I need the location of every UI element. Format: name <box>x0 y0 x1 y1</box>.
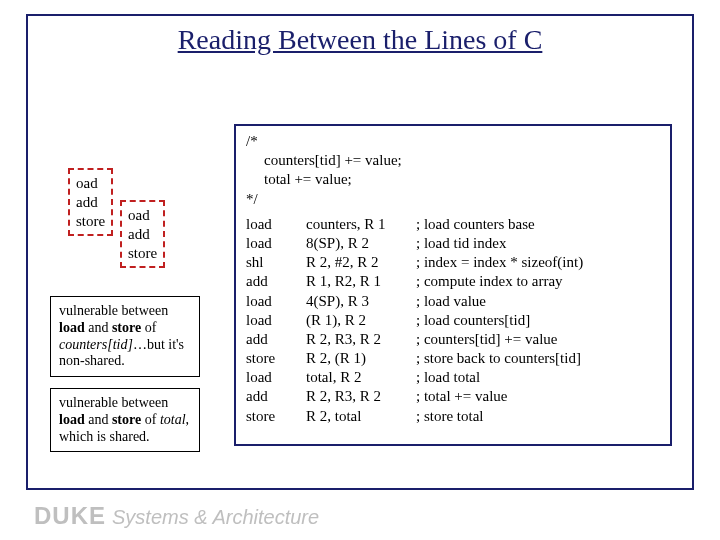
comment-line: */ <box>246 190 660 209</box>
op-line: add <box>128 225 157 244</box>
asm-op: add <box>246 330 302 349</box>
text: counters[tid] <box>59 337 133 352</box>
asm-comment: ; index = index * sizeof(int) <box>416 253 660 272</box>
text: total <box>160 412 186 427</box>
asm-comment: ; compute index to array <box>416 272 660 291</box>
asm-args: R 2, total <box>306 407 412 426</box>
asm-args: R 2, (R 1) <box>306 349 412 368</box>
asm-args: R 2, R3, R 2 <box>306 387 412 406</box>
text: and <box>85 412 112 427</box>
asm-comment: ; load counters base <box>416 215 660 234</box>
asm-op: shl <box>246 253 302 272</box>
assembly-listing: /* counters[tid] += value; total += valu… <box>234 124 672 446</box>
asm-op: store <box>246 407 302 426</box>
asm-args: total, R 2 <box>306 368 412 387</box>
asm-comment: ; store total <box>416 407 660 426</box>
text: store <box>112 320 141 335</box>
code-rows: loadcounters, R 1; load counters baseloa… <box>246 215 660 426</box>
caption-nonshared: vulnerable between load and store of cou… <box>50 296 200 377</box>
asm-args: (R 1), R 2 <box>306 311 412 330</box>
asm-comment: ; counters[tid] += value <box>416 330 660 349</box>
asm-args: R 2, #2, R 2 <box>306 253 412 272</box>
text: and <box>85 320 112 335</box>
footer: DUKESystems & Architecture <box>34 502 319 530</box>
text: of <box>141 412 160 427</box>
asm-args: 4(SP), R 3 <box>306 292 412 311</box>
op-line: store <box>76 212 105 231</box>
asm-op: load <box>246 311 302 330</box>
text: of <box>141 320 156 335</box>
asm-op: add <box>246 272 302 291</box>
asm-comment: ; load counters[tid] <box>416 311 660 330</box>
asm-op: load <box>246 368 302 387</box>
text: load <box>59 412 85 427</box>
asm-comment: ; load tid index <box>416 234 660 253</box>
asm-comment: ; total += value <box>416 387 660 406</box>
asm-comment: ; store back to counters[tid] <box>416 349 660 368</box>
caption-shared: vulnerable between load and store of tot… <box>50 388 200 452</box>
footer-logo-text: DUKE <box>34 502 106 529</box>
text: load <box>59 320 85 335</box>
thread1-ops: oad add store <box>68 168 113 236</box>
comment-line: /* <box>246 132 660 151</box>
asm-args: counters, R 1 <box>306 215 412 234</box>
asm-args: R 1, R2, R 1 <box>306 272 412 291</box>
asm-args: 8(SP), R 2 <box>306 234 412 253</box>
comment-line: counters[tid] += value; <box>246 151 660 170</box>
asm-op: load <box>246 234 302 253</box>
op-line: oad <box>128 206 157 225</box>
op-line: oad <box>76 174 105 193</box>
asm-op: store <box>246 349 302 368</box>
text: vulnerable between <box>59 303 168 318</box>
slide-title: Reading Between the Lines of C <box>0 24 720 56</box>
asm-comment: ; load value <box>416 292 660 311</box>
asm-op: add <box>246 387 302 406</box>
asm-op: load <box>246 292 302 311</box>
op-line: store <box>128 244 157 263</box>
op-line: add <box>76 193 105 212</box>
comment-line: total += value; <box>246 170 660 189</box>
asm-args: R 2, R3, R 2 <box>306 330 412 349</box>
text: store <box>112 412 141 427</box>
footer-subtitle: Systems & Architecture <box>112 506 319 528</box>
text: vulnerable between <box>59 395 168 410</box>
asm-comment: ; load total <box>416 368 660 387</box>
thread2-ops: oad add store <box>120 200 165 268</box>
asm-op: load <box>246 215 302 234</box>
c-comment-block: /* counters[tid] += value; total += valu… <box>246 132 660 209</box>
